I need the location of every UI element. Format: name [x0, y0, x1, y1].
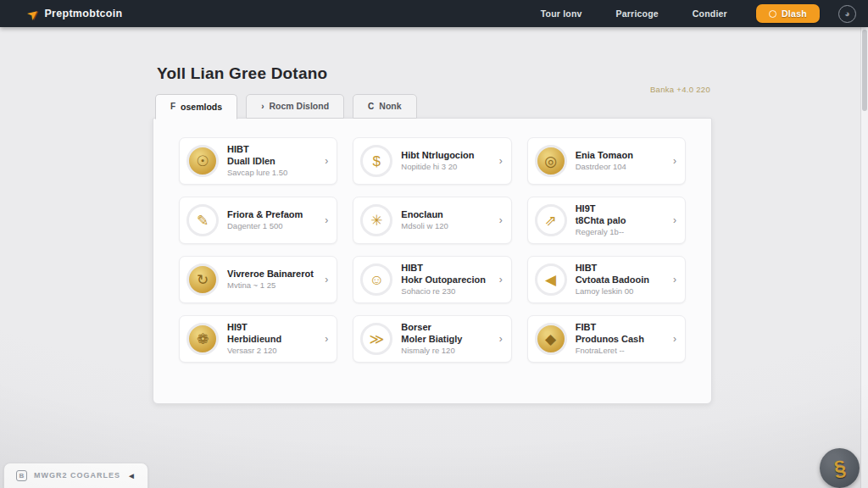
card-subtitle: t8Chta palo [576, 215, 626, 227]
tab-2-label: Rocm Dislond [269, 101, 329, 111]
cards-grid: ☉ HIBT Duall IDlen Savcap lure 1.50 › $ … [153, 119, 711, 381]
card[interactable]: ◀ HIBT Cvtoata Badooin Lamoy leskin 00 › [527, 256, 686, 303]
chat-float-button[interactable]: § [820, 448, 860, 488]
card[interactable]: ✳ Enoclaun Mdsoli w 120 › [353, 197, 511, 244]
card-title: HIBT [227, 144, 287, 156]
chevron-right-icon: › [668, 215, 676, 225]
nav-cta-button[interactable]: Dlash [756, 4, 820, 23]
card-caption: Savcap lure 1.50 [227, 168, 287, 178]
sparkle-icon: ✳ [360, 204, 392, 236]
card-caption: Sohacio re 230 [401, 286, 486, 297]
chevron-right-icon: › [494, 156, 503, 166]
card-subtitle: Cvtoata Badooin [576, 274, 649, 286]
card-text: HIBT Hokr Outoparecion Sohacio re 230 [401, 263, 486, 296]
card-caption: Mvtina ~ 1 25 [227, 280, 314, 291]
card-subtitle: Moler Biatigly [401, 334, 462, 346]
arrows-icon: ⇗ [535, 204, 567, 236]
tab-2[interactable]: › Rocm Dislond [246, 94, 344, 119]
cta-label: Dlash [782, 8, 807, 19]
account-avatar-icon[interactable]: ◕ [838, 5, 856, 23]
chevron-right-icon: › [494, 215, 503, 225]
badge-label: MWGR2 COGARLES [34, 471, 120, 480]
card[interactable]: ☺ HIBT Hokr Outoparecion Sohacio re 230 … [353, 256, 511, 303]
footer-badge[interactable]: B MWGR2 COGARLES ◄ [3, 463, 148, 488]
card-subtitle: Duall IDlen [227, 156, 287, 168]
cta-circle-icon [769, 10, 776, 18]
page-title: Yoll Lian Gree Dotano [157, 64, 327, 83]
chevrons-icon: ≫ [360, 323, 392, 355]
badge-arrow-icon: ◄ [127, 471, 136, 480]
balance-meta-text: Banka +4.0 220 [637, 85, 710, 94]
megaphone-icon: ◀ [535, 263, 567, 296]
card-title: HI9T [576, 203, 626, 215]
card-title: FIBT [576, 322, 644, 334]
card-title: Hibt Ntrlugocion [401, 150, 474, 162]
chevron-right-icon: › [494, 334, 503, 344]
scrollbar-track[interactable] [860, 26, 868, 488]
card-text: Vivreroe Bainarerot Mvtina ~ 1 25 [227, 269, 314, 291]
chevron-right-icon: › [320, 156, 328, 166]
card-caption: Nopitide hi 3 20 [401, 162, 474, 172]
card-text: Borser Moler Biatigly Nismaly re 120 [401, 322, 462, 355]
card[interactable]: ↻ Vivreroe Bainarerot Mvtina ~ 1 25 › [179, 256, 337, 303]
nav-link-1[interactable]: Tour lonv [541, 8, 582, 19]
card-title: Vivreroe Bainarerot [227, 269, 314, 280]
tab-bar: F osemlods › Rocm Dislond C Nonk [155, 94, 417, 119]
tab-3-label: Nonk [379, 101, 401, 111]
nav-links: Tour lonv Parricoge Condier [541, 8, 727, 19]
card-subtitle: Herbidieund [227, 334, 281, 346]
tab-2-icon: › [261, 102, 264, 111]
app-viewport: ➤ Preptmobtcoin Tour lonv Parricoge Cond… [0, 0, 868, 488]
card-title: Enia Tomaon [576, 150, 633, 162]
top-navbar: ➤ Preptmobtcoin Tour lonv Parricoge Cond… [0, 0, 868, 27]
card-title: Friora & Prefaom [227, 209, 303, 221]
card-caption: Lamoy leskin 00 [576, 286, 649, 297]
card-text: Hibt Ntrlugocion Nopitide hi 3 20 [401, 150, 474, 172]
brand[interactable]: ➤ Preptmobtcoin [27, 6, 123, 22]
chevron-right-icon: › [320, 334, 328, 344]
tab-3-icon: C [368, 102, 374, 111]
tab-1-label: osemlods [181, 102, 222, 112]
card-title: Borser [401, 322, 462, 334]
card[interactable]: ❁ HI9T Herbidieund Versasr 2 120 › [179, 315, 337, 363]
tab-3[interactable]: C Nonk [353, 94, 416, 119]
card-subtitle: Hokr Outoparecion [401, 274, 486, 286]
card-caption: Dastrdeor 104 [576, 162, 633, 172]
pen-icon: ✎ [186, 204, 219, 236]
card[interactable]: ☉ HIBT Duall IDlen Savcap lure 1.50 › [179, 137, 337, 185]
card-caption: FnotraLeret -- [576, 346, 644, 356]
card[interactable]: ≫ Borser Moler Biatigly Nismaly re 120 › [353, 315, 511, 363]
scrollbar-thumb[interactable] [862, 30, 867, 111]
tab-1[interactable]: F osemlods [155, 94, 237, 119]
card-text: HIBT Cvtoata Badooin Lamoy leskin 00 [576, 263, 649, 296]
card-caption: Mdsoli w 120 [401, 221, 448, 231]
nav-link-2[interactable]: Parricoge [616, 8, 659, 19]
card[interactable]: ⇗ HI9T t8Chta palo Regeraly 1b-- › [527, 197, 686, 244]
tab-1-icon: F [170, 102, 175, 111]
dragon-icon: § [832, 455, 848, 481]
card[interactable]: ◆ FIBT Produnos Cash FnotraLeret -- › [527, 315, 686, 363]
badge-box-icon: B [16, 470, 27, 481]
card-text: HI9T t8Chta palo Regeraly 1b-- [576, 203, 626, 236]
nav-link-3[interactable]: Condier [693, 8, 727, 19]
chevron-right-icon: › [668, 274, 676, 285]
chevron-right-icon: › [668, 156, 676, 166]
card[interactable]: ◎ Enia Tomaon Dastrdeor 104 › [527, 137, 686, 185]
card-caption: Dagenter 1 500 [227, 221, 303, 231]
swoosh-coin-icon: ↻ [186, 263, 219, 296]
card-text: HIBT Duall IDlen Savcap lure 1.50 [227, 144, 287, 177]
card-title: HIBT [576, 263, 649, 274]
cards-panel: ☉ HIBT Duall IDlen Savcap lure 1.50 › $ … [153, 118, 712, 404]
card-caption: Versasr 2 120 [227, 346, 281, 356]
chevron-right-icon: › [320, 274, 328, 285]
card[interactable]: $ Hibt Ntrlugocion Nopitide hi 3 20 › [353, 137, 511, 185]
card-text: HI9T Herbidieund Versasr 2 120 [227, 322, 281, 355]
card-title: Enoclaun [401, 209, 448, 221]
card-text: Enoclaun Mdsoli w 120 [401, 209, 448, 231]
chevron-right-icon: › [320, 215, 328, 225]
brand-logo-icon: ➤ [24, 3, 42, 23]
chevron-right-icon: › [668, 334, 676, 344]
card-text: Enia Tomaon Dastrdeor 104 [576, 150, 633, 172]
card-title: HIBT [401, 263, 486, 274]
card[interactable]: ✎ Friora & Prefaom Dagenter 1 500 › [179, 197, 337, 244]
